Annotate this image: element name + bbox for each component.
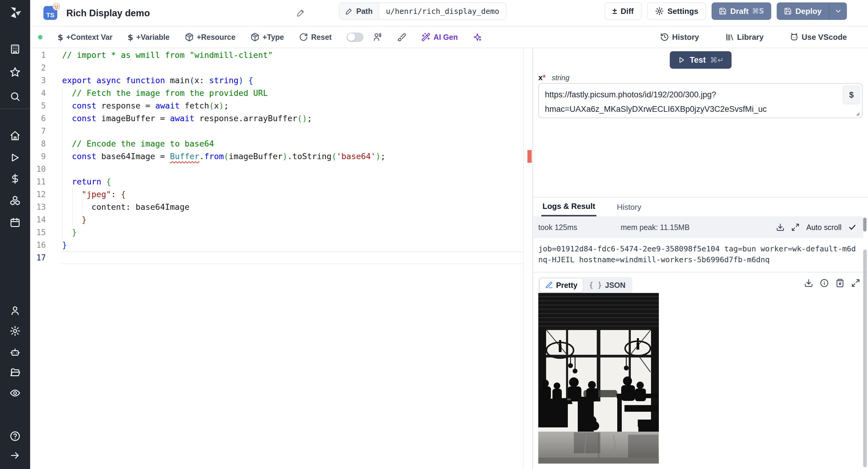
code-line[interactable]: 12 "jpeg": { — [30, 188, 532, 201]
tab-history[interactable]: History — [616, 198, 643, 216]
code-editor[interactable]: 1// import * as wmill from "windmill-cli… — [30, 48, 532, 469]
code-line[interactable]: 2 — [30, 61, 532, 74]
logs-scrollbar[interactable] — [863, 218, 867, 231]
ai-gen-button[interactable]: AI Gen — [421, 33, 458, 41]
result-scrollbar[interactable] — [863, 250, 867, 467]
clipboard-copy-icon[interactable] — [835, 279, 844, 287]
expand-logs-icon[interactable] — [791, 223, 800, 231]
windmill-logo-icon[interactable] — [8, 5, 22, 19]
deploy-button[interactable]: Deploy — [777, 2, 829, 20]
required-asterisk: * — [542, 73, 546, 82]
auto-scroll-label[interactable]: Auto scroll — [806, 223, 841, 232]
editor-toolbar: $ +Context Var $ +Variable +Resource +Ty… — [30, 27, 868, 48]
add-type-button[interactable]: +Type — [250, 33, 284, 41]
user-icon[interactable] — [10, 305, 21, 316]
settings-button[interactable]: Settings — [647, 2, 707, 20]
multiplayer-users-icon[interactable] — [373, 33, 382, 41]
folders-icon[interactable] — [10, 367, 21, 378]
code-line[interactable]: 3export async function main(x: string) { — [30, 74, 532, 87]
download-logs-icon[interactable] — [776, 223, 784, 231]
code-line[interactable]: 4 // Fetch the image from the provided U… — [30, 87, 532, 99]
code-line[interactable]: 11 return { — [30, 176, 532, 188]
check-icon[interactable] — [848, 223, 857, 231]
memory-stat: mem peak: 11.15MB — [621, 223, 689, 232]
tab-pretty[interactable]: Pretty — [540, 279, 583, 292]
sparkles-icon[interactable] — [473, 33, 482, 41]
line-number: 11 — [30, 176, 46, 188]
schedules-calendar-icon[interactable] — [10, 217, 21, 228]
windmill-script-editor: TS Rich Display demo Path u/henri/rich_d… — [0, 0, 868, 469]
maximize-result-icon[interactable] — [851, 279, 860, 287]
reset-button[interactable]: Reset — [299, 33, 332, 41]
edit-summary-pencil-icon[interactable] — [297, 8, 305, 17]
download-result-icon[interactable] — [804, 279, 813, 287]
history-button[interactable]: History — [660, 33, 699, 42]
code-line[interactable]: 17 — [30, 251, 532, 264]
code-line[interactable]: 9 const base64Image = Buffer.from(imageB… — [30, 150, 532, 163]
result-actions — [804, 279, 860, 287]
resources-boxes-icon[interactable] — [10, 195, 21, 206]
code-line[interactable]: 6 const imageBuffer = await response.arr… — [30, 112, 532, 125]
format-brush-icon[interactable] — [397, 33, 406, 41]
arg-label: x* string — [538, 73, 569, 82]
help-icon[interactable] — [10, 431, 21, 442]
workers-bot-icon[interactable] — [10, 347, 21, 357]
divider — [533, 272, 868, 273]
tab-json[interactable]: { } JSON — [584, 279, 631, 292]
line-number: 13 — [30, 201, 46, 213]
panel-divider[interactable] — [532, 48, 533, 469]
path-edit-button[interactable]: Path — [339, 3, 379, 19]
indent-guide — [82, 201, 83, 213]
line-number: 3 — [30, 74, 46, 87]
code-line[interactable]: 13 content: base64Image — [30, 201, 532, 213]
workspace-icon[interactable] — [10, 44, 21, 55]
pen-icon — [545, 281, 553, 289]
home-icon[interactable] — [10, 130, 21, 141]
draft-shortcut: ⌘S — [752, 7, 764, 15]
chevron-down-icon — [834, 7, 842, 15]
expand-sidebar-arrow-icon[interactable] — [10, 450, 21, 461]
use-vscode-button[interactable]: Use VScode — [789, 33, 847, 42]
duration-stat: took 125ms — [538, 223, 577, 232]
error-marker[interactable] — [527, 150, 532, 163]
runs-play-icon[interactable] — [10, 152, 21, 163]
add-resource-button[interactable]: +Resource — [185, 33, 236, 41]
variables-dollar-icon[interactable] — [10, 173, 21, 184]
code-line[interactable]: 10 — [30, 163, 532, 176]
tab-logs-result[interactable]: Logs & Result — [541, 198, 596, 216]
package-icon — [185, 33, 194, 41]
multiplayer-toggle[interactable] — [347, 33, 364, 42]
save-icon — [719, 7, 727, 15]
library-button[interactable]: Library — [725, 33, 764, 42]
info-icon[interactable] — [820, 279, 829, 287]
topbar-actions: ± Diff Settings Draft ⌘S Deploy — [604, 2, 847, 20]
settings-gear-icon[interactable] — [10, 325, 21, 336]
textarea-resize-grip[interactable] — [854, 110, 860, 116]
code-line[interactable]: 5 const response = await fetch(x); — [30, 99, 532, 112]
add-context-var-button[interactable]: $ +Context Var — [58, 33, 113, 42]
search-icon[interactable] — [10, 91, 21, 102]
code-line[interactable]: 8 // Encode the image to base64 — [30, 137, 532, 150]
code-line[interactable]: 14 } — [30, 213, 532, 226]
test-button[interactable]: Test ⌘↵ — [670, 51, 732, 69]
add-variable-button[interactable]: $ +Variable — [127, 33, 169, 42]
favorites-star-icon[interactable] — [10, 67, 21, 77]
code-line[interactable]: 15 } — [30, 226, 532, 239]
insert-variable-button[interactable]: $ — [843, 86, 860, 104]
line-number: 6 — [30, 112, 46, 125]
x-input[interactable]: https://fastly.picsum.photos/id/192/200/… — [538, 83, 863, 118]
code-line[interactable]: 7 — [30, 125, 532, 137]
line-number: 1 — [30, 49, 46, 61]
history-clock-icon — [660, 33, 669, 41]
arg-type: string — [552, 73, 569, 82]
audit-eye-icon[interactable] — [10, 387, 21, 399]
deploy-dropdown-button[interactable] — [829, 2, 847, 20]
code-line[interactable]: 16} — [30, 239, 532, 251]
overview-ruler — [523, 48, 524, 469]
indent-guide — [72, 188, 73, 226]
job-log-line: job=01912d84-fdc6-5474-2ee9-358098f5e104… — [538, 244, 857, 265]
draft-button[interactable]: Draft ⌘S — [712, 2, 771, 20]
braces-icon: { } — [589, 281, 602, 289]
code-line[interactable]: 1// import * as wmill from "windmill-cli… — [30, 49, 532, 61]
diff-button[interactable]: ± Diff — [604, 2, 642, 20]
